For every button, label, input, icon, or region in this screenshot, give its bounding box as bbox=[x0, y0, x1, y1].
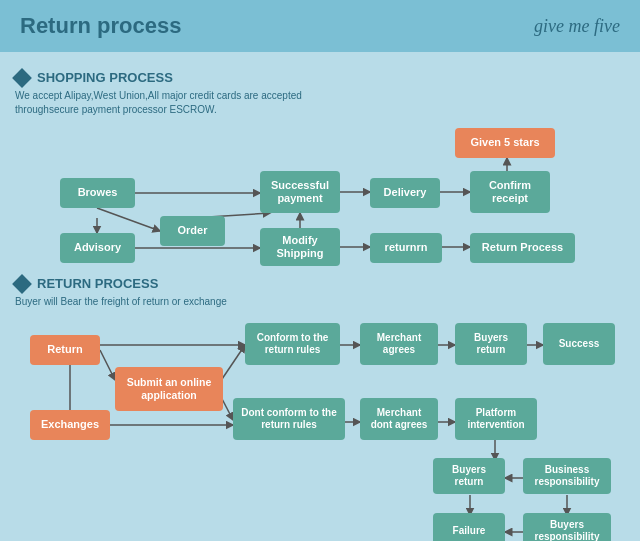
box-dont-conform-return-rules: Dont conform to thereturn rules bbox=[233, 398, 345, 440]
page-title: Return process bbox=[20, 13, 181, 39]
box-order: Order bbox=[160, 216, 225, 246]
box-buyers-responsibility: Buyersresponsibility bbox=[523, 513, 611, 541]
box-merchant-dont-agrees: Merchantdont agrees bbox=[360, 398, 438, 440]
box-submit-online-application: Submit an onlineapplication bbox=[115, 367, 223, 411]
main-content: SHOPPING PROCESS We accept Alipay,West U… bbox=[0, 52, 640, 541]
box-modify-shipping: ModifyShipping bbox=[260, 228, 340, 266]
shopping-title: SHOPPING PROCESS bbox=[37, 70, 173, 85]
shopping-flow: Browes Order Advisory Successfulpayment … bbox=[15, 123, 625, 268]
box-buyers-return-1: Buyersreturn bbox=[455, 323, 527, 365]
return-title: RETURN PROCESS bbox=[37, 276, 158, 291]
box-confirm-receipt: Confirmreceipt bbox=[470, 171, 550, 213]
box-platform-intervention: Platformintervention bbox=[455, 398, 537, 440]
return-section-header: RETURN PROCESS bbox=[15, 276, 625, 291]
diamond-icon-return bbox=[12, 274, 32, 294]
return-desc: Buyer will Bear the freight of return or… bbox=[15, 295, 625, 309]
box-return: Return bbox=[30, 335, 100, 365]
return-flow: Return Submit an onlineapplication Confo… bbox=[15, 315, 625, 541]
shopping-desc: We accept Alipay,West Union,All major cr… bbox=[15, 89, 625, 117]
diamond-icon-shopping bbox=[12, 68, 32, 88]
box-business-responsibility: Businessresponsibility bbox=[523, 458, 611, 494]
logo-text: give me five bbox=[534, 16, 620, 37]
box-advisory: Advisory bbox=[60, 233, 135, 263]
box-success: Success bbox=[543, 323, 615, 365]
svg-line-11 bbox=[100, 350, 115, 380]
svg-line-12 bbox=[220, 345, 245, 382]
box-buyers-return-2: Buyersreturn bbox=[433, 458, 505, 494]
box-conform-return-rules: Conform to thereturn rules bbox=[245, 323, 340, 365]
box-browes: Browes bbox=[60, 178, 135, 208]
box-merchant-agrees: Merchantagrees bbox=[360, 323, 438, 365]
box-returnrn: returnrn bbox=[370, 233, 442, 263]
box-return-process: Return Process bbox=[470, 233, 575, 263]
box-delivery: Delivery bbox=[370, 178, 440, 208]
shopping-section-header: SHOPPING PROCESS bbox=[15, 70, 625, 85]
box-exchanges: Exchanges bbox=[30, 410, 110, 440]
box-given-5-stars: Given 5 stars bbox=[455, 128, 555, 158]
box-successful-payment: Successfulpayment bbox=[260, 171, 340, 213]
page-header: Return process give me five bbox=[0, 0, 640, 52]
svg-line-10 bbox=[97, 208, 160, 231]
box-failure: Failure bbox=[433, 513, 505, 541]
